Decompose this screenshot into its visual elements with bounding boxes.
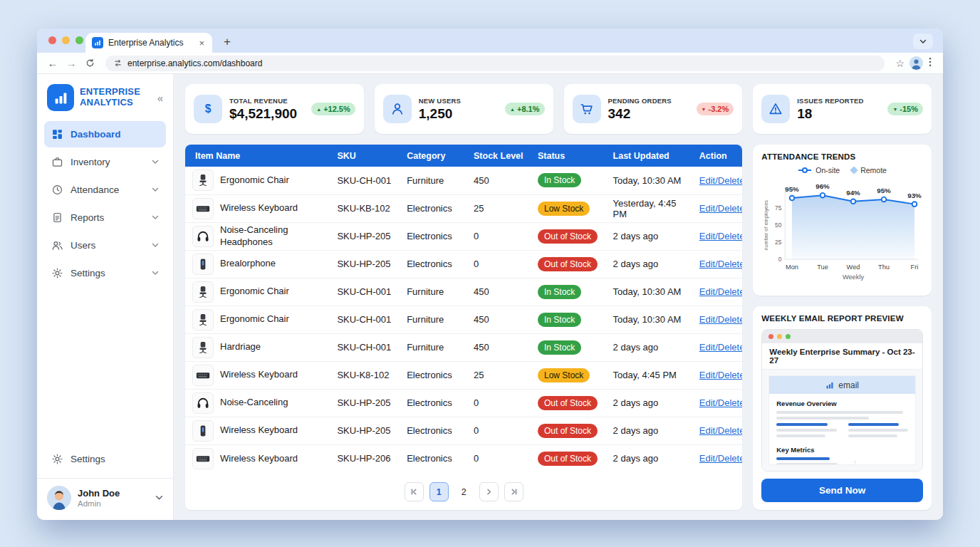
back-button[interactable]: ← [44, 55, 61, 72]
edit-delete-link[interactable]: Edit/Delete [699, 286, 742, 297]
svg-text:96%: 96% [815, 182, 830, 190]
table-row[interactable]: Ergonomic Chair SKU-CH-001 Furniture 450… [185, 278, 742, 306]
item-sku: SKU-KB-102 [330, 194, 400, 222]
status-badge: In Stock [538, 285, 581, 299]
item-category: Electronics [400, 389, 466, 417]
edit-delete-link[interactable]: Edit/Delete [699, 425, 742, 436]
pagination-page-1[interactable]: 1 [429, 482, 449, 501]
settings-icon [51, 267, 63, 279]
product-thumbnail [192, 170, 214, 191]
maximize-window-button [786, 334, 791, 339]
sidebar-footer-settings[interactable]: Settings [44, 446, 166, 472]
column-header-action: Action [692, 145, 742, 167]
sidebar-item-reports[interactable]: Reports [44, 204, 166, 231]
pagination-page-2[interactable]: 2 [454, 482, 474, 501]
pagination: 1 2 [185, 475, 742, 510]
browser-profile-avatar[interactable] [909, 56, 923, 70]
table-row[interactable]: Ergonomic Chair SKU-CH-001 Furniture 450… [185, 167, 742, 194]
status-badge: In Stock [538, 313, 581, 327]
table-row[interactable]: Wireless Keyboard SKU-KB-102 Electronics… [185, 194, 742, 222]
reload-button[interactable] [81, 55, 98, 72]
item-sku: SKU-CH-001 [330, 278, 400, 306]
table-row[interactable]: Wireless Keyboard SKU-HP-206 Electronics… [185, 444, 742, 472]
legend-item-onsite[interactable]: On-site [798, 166, 840, 174]
column-header-stock-level: Stock Level [466, 145, 531, 167]
item-sku: SKU-HP-205 [330, 389, 400, 417]
item-sku: SKU-CH-001 [330, 167, 400, 194]
dashboard-icon [51, 128, 63, 140]
edit-delete-link[interactable]: Edit/Delete [699, 175, 742, 186]
sidebar-item-settings[interactable]: Settings [44, 260, 166, 286]
stat-value: 1,250 [419, 106, 498, 122]
forward-button[interactable]: → [63, 55, 80, 72]
item-stock-level: 25 [466, 361, 531, 389]
product-thumbnail [192, 309, 214, 330]
item-category: Electronics [400, 417, 466, 444]
inventory-table-card: Item Name SKU Category Stock Level Statu… [185, 145, 742, 510]
browser-menu-icon[interactable] [924, 57, 936, 70]
item-last-updated: 2 days ago [606, 444, 692, 472]
product-thumbnail [192, 254, 214, 275]
status-badge: Low Stock [538, 202, 590, 216]
edit-delete-link[interactable]: Edit/Delete [699, 453, 742, 464]
sidebar-item-inventory[interactable]: Inventory [44, 149, 166, 175]
item-category: Furniture [400, 278, 466, 306]
email-window-controls [762, 330, 922, 343]
item-stock-level: 450 [466, 278, 531, 306]
next-page-icon [485, 488, 493, 496]
svg-text:95%: 95% [785, 185, 799, 193]
table-row[interactable]: Hardriage SKU-CH-001 Furniture 450 In St… [185, 333, 742, 361]
browser-toolbar: ← → enterprise.analytics.com/dashboard ☆ [37, 53, 943, 74]
minimize-window-button[interactable] [62, 36, 70, 44]
sidebar-item-users[interactable]: Users [44, 232, 166, 259]
pagination-first-button[interactable] [405, 482, 424, 501]
item-name: Wireless Keyboard [220, 453, 298, 464]
column-header-item-name: Item Name [185, 145, 330, 167]
cart-icon [573, 95, 601, 123]
column-header-sku: SKU [330, 145, 400, 167]
send-now-button[interactable]: Send Now [761, 479, 923, 502]
edit-delete-link[interactable]: Edit/Delete [699, 259, 742, 269]
column-header-status: Status [531, 145, 606, 167]
table-row[interactable]: Noise-Canceling Headphones SKU-HP-205 El… [185, 222, 742, 250]
stat-card-pending-orders: PENDING ORDERS 342 ▼-3.2% [564, 84, 743, 134]
stat-card-total-revenue: $ TOTAL REVENUE $4,521,900 ▲+12.5% [185, 84, 364, 134]
browser-tab[interactable]: Enterprise Analytics × [85, 33, 212, 53]
url-bar[interactable]: enterprise.analytics.com/dashboard [105, 56, 885, 71]
new-tab-button[interactable]: + [219, 35, 235, 49]
edit-delete-link[interactable]: Edit/Delete [699, 370, 742, 380]
item-sku: SKU-HP-206 [330, 444, 400, 472]
table-row[interactable]: Wireless Keyboard SKU-HP-205 Electronics… [185, 417, 742, 444]
maximize-window-button[interactable] [75, 36, 83, 44]
area-marker-icon [850, 166, 858, 174]
item-category: Electronics [400, 250, 466, 278]
item-last-updated: Today, 10:30 AM [606, 306, 692, 333]
table-row[interactable]: Ergonomic Chair SKU-CH-001 Furniture 450… [185, 306, 742, 333]
product-thumbnail [192, 365, 214, 386]
edit-delete-link[interactable]: Edit/Delete [699, 397, 742, 408]
pagination-last-button[interactable] [504, 482, 523, 501]
edit-delete-link[interactable]: Edit/Delete [699, 203, 742, 214]
edit-delete-link[interactable]: Edit/Delete [699, 342, 742, 353]
edit-delete-link[interactable]: Edit/Delete [699, 314, 742, 325]
pagination-next-button[interactable] [479, 482, 499, 501]
sidebar-item-attendance[interactable]: Attendance [44, 177, 166, 203]
tab-search-button[interactable] [913, 33, 933, 49]
close-window-button [768, 334, 773, 339]
table-row[interactable]: Brealorphone SKU-HP-205 Electronics 0 Ou… [185, 250, 742, 278]
sidebar-item-dashboard[interactable]: Dashboard [44, 121, 166, 147]
table-row[interactable]: Noise-Canceling SKU-HP-205 Electronics 0… [185, 389, 742, 417]
bookmark-star-icon[interactable]: ☆ [892, 58, 908, 69]
edit-delete-link[interactable]: Edit/Delete [699, 231, 742, 241]
user-profile[interactable]: John Doe Admin [44, 479, 166, 514]
tab-close-icon[interactable]: × [197, 37, 206, 49]
url-text: enterprise.analytics.com/dashboard [127, 58, 262, 68]
close-window-button[interactable] [48, 36, 56, 44]
table-row[interactable]: Wireless Keyboard SKU-K8-102 Electronics… [185, 361, 742, 389]
item-stock-level: 450 [466, 333, 531, 361]
chevron-down-icon [152, 243, 159, 248]
legend-item-remote[interactable]: Remote [851, 166, 887, 174]
user-name: John Doe [78, 488, 149, 499]
attendance-icon [51, 184, 63, 196]
sidebar-collapse-button[interactable]: « [156, 92, 165, 104]
